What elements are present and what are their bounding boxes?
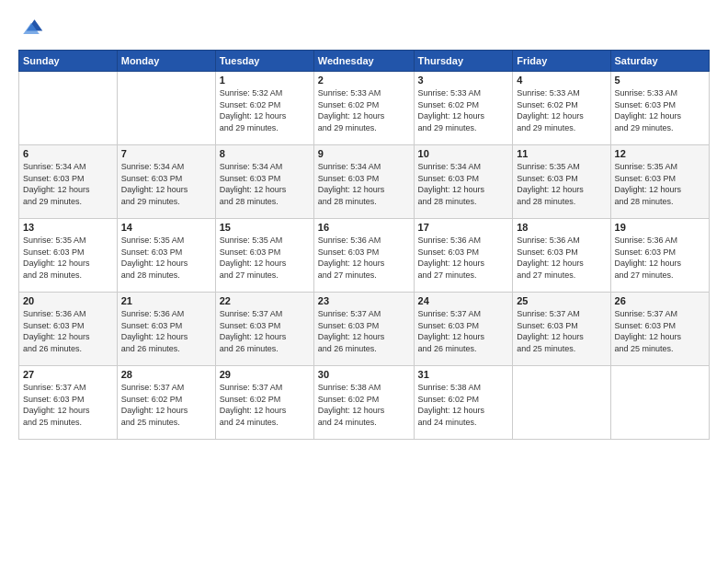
logo-icon	[18, 15, 44, 40]
calendar-cell: 12Sunrise: 5:35 AM Sunset: 6:03 PM Dayli…	[610, 145, 709, 219]
calendar-cell: 4Sunrise: 5:33 AM Sunset: 6:02 PM Daylig…	[513, 72, 610, 145]
calendar-cell: 8Sunrise: 5:34 AM Sunset: 6:03 PM Daylig…	[215, 145, 313, 219]
cell-content: Sunrise: 5:37 AM Sunset: 6:03 PM Dayligh…	[418, 308, 509, 354]
calendar-cell: 9Sunrise: 5:34 AM Sunset: 6:03 PM Daylig…	[313, 145, 414, 219]
day-number: 12	[615, 148, 705, 159]
cell-content: Sunrise: 5:35 AM Sunset: 6:03 PM Dayligh…	[615, 161, 705, 207]
weekday-header-friday: Friday	[513, 51, 610, 72]
cell-content: Sunrise: 5:33 AM Sunset: 6:02 PM Dayligh…	[418, 87, 509, 133]
week-row-5: 27Sunrise: 5:37 AM Sunset: 6:03 PM Dayli…	[19, 366, 710, 440]
cell-content: Sunrise: 5:34 AM Sunset: 6:03 PM Dayligh…	[220, 161, 310, 207]
calendar-cell: 14Sunrise: 5:35 AM Sunset: 6:03 PM Dayli…	[117, 219, 215, 293]
calendar-cell: 22Sunrise: 5:37 AM Sunset: 6:03 PM Dayli…	[215, 293, 313, 366]
cell-content: Sunrise: 5:36 AM Sunset: 6:03 PM Dayligh…	[615, 235, 705, 281]
calendar-cell: 25Sunrise: 5:37 AM Sunset: 6:03 PM Dayli…	[513, 293, 610, 366]
calendar-cell: 24Sunrise: 5:37 AM Sunset: 6:03 PM Dayli…	[414, 293, 513, 366]
calendar-cell	[610, 366, 709, 440]
cell-content: Sunrise: 5:33 AM Sunset: 6:03 PM Dayligh…	[615, 87, 705, 133]
day-number: 25	[517, 295, 606, 306]
cell-content: Sunrise: 5:38 AM Sunset: 6:02 PM Dayligh…	[418, 382, 509, 428]
cell-content: Sunrise: 5:33 AM Sunset: 6:02 PM Dayligh…	[318, 87, 410, 133]
weekday-header-thursday: Thursday	[414, 51, 513, 72]
week-row-1: 1Sunrise: 5:32 AM Sunset: 6:02 PM Daylig…	[19, 72, 710, 145]
calendar-cell: 15Sunrise: 5:35 AM Sunset: 6:03 PM Dayli…	[215, 219, 313, 293]
calendar-cell: 28Sunrise: 5:37 AM Sunset: 6:02 PM Dayli…	[117, 366, 215, 440]
day-number: 29	[220, 369, 310, 380]
cell-content: Sunrise: 5:37 AM Sunset: 6:02 PM Dayligh…	[220, 382, 310, 428]
calendar-cell: 21Sunrise: 5:36 AM Sunset: 6:03 PM Dayli…	[117, 293, 215, 366]
week-row-3: 13Sunrise: 5:35 AM Sunset: 6:03 PM Dayli…	[19, 219, 710, 293]
calendar-cell: 7Sunrise: 5:34 AM Sunset: 6:03 PM Daylig…	[117, 145, 215, 219]
day-number: 22	[220, 295, 310, 306]
calendar-cell: 26Sunrise: 5:37 AM Sunset: 6:03 PM Dayli…	[610, 293, 709, 366]
day-number: 31	[418, 369, 509, 380]
cell-content: Sunrise: 5:35 AM Sunset: 6:03 PM Dayligh…	[121, 235, 211, 281]
calendar-cell: 27Sunrise: 5:37 AM Sunset: 6:03 PM Dayli…	[19, 366, 118, 440]
weekday-header-monday: Monday	[117, 51, 215, 72]
day-number: 14	[121, 222, 211, 233]
cell-content: Sunrise: 5:34 AM Sunset: 6:03 PM Dayligh…	[318, 161, 410, 207]
cell-content: Sunrise: 5:32 AM Sunset: 6:02 PM Dayligh…	[220, 87, 310, 133]
cell-content: Sunrise: 5:34 AM Sunset: 6:03 PM Dayligh…	[418, 161, 509, 207]
calendar-cell: 18Sunrise: 5:36 AM Sunset: 6:03 PM Dayli…	[513, 219, 610, 293]
cell-content: Sunrise: 5:35 AM Sunset: 6:03 PM Dayligh…	[220, 235, 310, 281]
day-number: 1	[220, 75, 310, 86]
calendar-cell: 20Sunrise: 5:36 AM Sunset: 6:03 PM Dayli…	[19, 293, 118, 366]
calendar-cell: 30Sunrise: 5:38 AM Sunset: 6:02 PM Dayli…	[313, 366, 414, 440]
calendar-cell	[117, 72, 215, 145]
weekday-header-sunday: Sunday	[19, 51, 118, 72]
day-number: 10	[418, 148, 509, 159]
day-number: 17	[418, 222, 509, 233]
weekday-header-wednesday: Wednesday	[313, 51, 414, 72]
cell-content: Sunrise: 5:37 AM Sunset: 6:03 PM Dayligh…	[318, 308, 410, 354]
cell-content: Sunrise: 5:33 AM Sunset: 6:02 PM Dayligh…	[517, 87, 606, 133]
day-number: 4	[517, 75, 606, 86]
calendar-cell: 6Sunrise: 5:34 AM Sunset: 6:03 PM Daylig…	[19, 145, 118, 219]
day-number: 5	[615, 75, 705, 86]
day-number: 7	[121, 148, 211, 159]
day-number: 21	[121, 295, 211, 306]
calendar-cell: 1Sunrise: 5:32 AM Sunset: 6:02 PM Daylig…	[215, 72, 313, 145]
cell-content: Sunrise: 5:37 AM Sunset: 6:02 PM Dayligh…	[121, 382, 211, 428]
day-number: 19	[615, 222, 705, 233]
cell-content: Sunrise: 5:36 AM Sunset: 6:03 PM Dayligh…	[23, 308, 113, 354]
day-number: 20	[23, 295, 113, 306]
cell-content: Sunrise: 5:35 AM Sunset: 6:03 PM Dayligh…	[23, 235, 113, 281]
weekday-header-row: SundayMondayTuesdayWednesdayThursdayFrid…	[19, 51, 710, 72]
day-number: 16	[318, 222, 410, 233]
cell-content: Sunrise: 5:36 AM Sunset: 6:03 PM Dayligh…	[121, 308, 211, 354]
calendar-cell	[19, 72, 118, 145]
calendar-cell: 2Sunrise: 5:33 AM Sunset: 6:02 PM Daylig…	[313, 72, 414, 145]
cell-content: Sunrise: 5:37 AM Sunset: 6:03 PM Dayligh…	[517, 308, 606, 354]
calendar-cell: 5Sunrise: 5:33 AM Sunset: 6:03 PM Daylig…	[610, 72, 709, 145]
cell-content: Sunrise: 5:34 AM Sunset: 6:03 PM Dayligh…	[23, 161, 113, 207]
page: SundayMondayTuesdayWednesdayThursdayFrid…	[0, 0, 728, 563]
calendar-cell: 10Sunrise: 5:34 AM Sunset: 6:03 PM Dayli…	[414, 145, 513, 219]
calendar-table: SundayMondayTuesdayWednesdayThursdayFrid…	[18, 50, 710, 440]
cell-content: Sunrise: 5:38 AM Sunset: 6:02 PM Dayligh…	[318, 382, 410, 428]
calendar-cell	[513, 366, 610, 440]
day-number: 28	[121, 369, 211, 380]
weekday-header-tuesday: Tuesday	[215, 51, 313, 72]
weekday-header-saturday: Saturday	[610, 51, 709, 72]
day-number: 15	[220, 222, 310, 233]
calendar-cell: 17Sunrise: 5:36 AM Sunset: 6:03 PM Dayli…	[414, 219, 513, 293]
calendar-cell: 16Sunrise: 5:36 AM Sunset: 6:03 PM Dayli…	[313, 219, 414, 293]
day-number: 27	[23, 369, 113, 380]
day-number: 6	[23, 148, 113, 159]
day-number: 24	[418, 295, 509, 306]
day-number: 3	[418, 75, 509, 86]
logo	[18, 15, 48, 40]
cell-content: Sunrise: 5:35 AM Sunset: 6:03 PM Dayligh…	[517, 161, 606, 207]
day-number: 26	[615, 295, 705, 306]
day-number: 23	[318, 295, 410, 306]
header	[18, 15, 710, 40]
day-number: 30	[318, 369, 410, 380]
cell-content: Sunrise: 5:36 AM Sunset: 6:03 PM Dayligh…	[418, 235, 509, 281]
day-number: 18	[517, 222, 606, 233]
calendar-cell: 19Sunrise: 5:36 AM Sunset: 6:03 PM Dayli…	[610, 219, 709, 293]
day-number: 2	[318, 75, 410, 86]
cell-content: Sunrise: 5:37 AM Sunset: 6:03 PM Dayligh…	[615, 308, 705, 354]
week-row-4: 20Sunrise: 5:36 AM Sunset: 6:03 PM Dayli…	[19, 293, 710, 366]
week-row-2: 6Sunrise: 5:34 AM Sunset: 6:03 PM Daylig…	[19, 145, 710, 219]
